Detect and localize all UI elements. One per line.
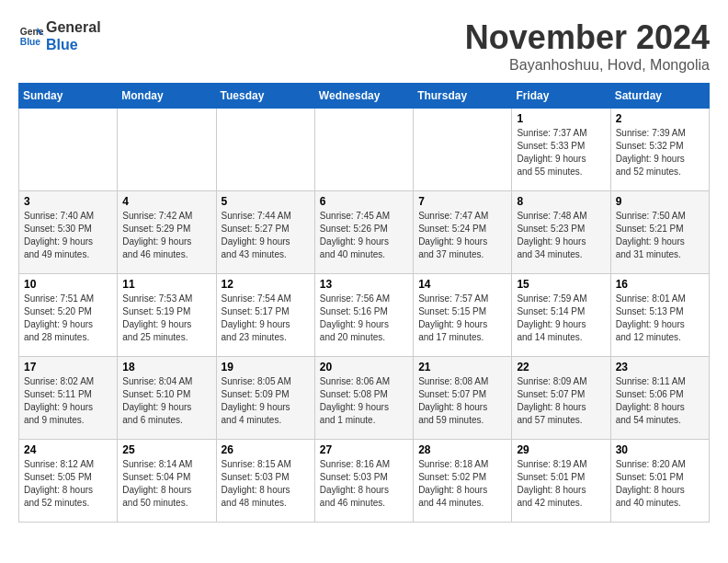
weekday-thursday: Thursday (414, 84, 512, 109)
day-cell: 22Sunrise: 8:09 AM Sunset: 5:07 PM Dayli… (512, 357, 610, 440)
day-info: Sunrise: 7:54 AM Sunset: 5:17 PM Dayligh… (222, 293, 310, 344)
day-info: Sunrise: 7:57 AM Sunset: 5:15 PM Dayligh… (418, 293, 506, 344)
week-row-2: 3Sunrise: 7:40 AM Sunset: 5:30 PM Daylig… (19, 191, 710, 274)
day-info: Sunrise: 8:12 AM Sunset: 5:05 PM Dayligh… (24, 458, 112, 510)
day-info: Sunrise: 8:11 AM Sunset: 5:06 PM Dayligh… (616, 375, 704, 427)
day-number: 15 (517, 278, 605, 291)
title-area: November 2024 Bayanhoshuu, Hovd, Mongoli… (465, 18, 710, 74)
day-info: Sunrise: 7:37 AM Sunset: 5:33 PM Dayligh… (517, 127, 605, 178)
day-cell: 24Sunrise: 8:12 AM Sunset: 5:05 PM Dayli… (19, 440, 118, 523)
day-cell: 11Sunrise: 7:53 AM Sunset: 5:19 PM Dayli… (118, 274, 216, 357)
day-cell: 14Sunrise: 7:57 AM Sunset: 5:15 PM Dayli… (414, 274, 512, 357)
day-cell: 10Sunrise: 7:51 AM Sunset: 5:20 PM Dayli… (19, 274, 118, 357)
weekday-wednesday: Wednesday (314, 84, 413, 109)
day-info: Sunrise: 7:39 AM Sunset: 5:32 PM Dayligh… (616, 127, 704, 178)
day-info: Sunrise: 8:18 AM Sunset: 5:02 PM Dayligh… (418, 458, 506, 510)
day-number: 12 (222, 278, 310, 291)
weekday-saturday: Saturday (610, 84, 709, 109)
day-number: 30 (616, 443, 704, 456)
day-number: 29 (517, 443, 605, 456)
day-cell: 27Sunrise: 8:16 AM Sunset: 5:03 PM Dayli… (314, 440, 413, 523)
day-number: 1 (517, 112, 605, 125)
day-cell (118, 109, 216, 191)
weekday-tuesday: Tuesday (216, 84, 314, 109)
logo-icon: General Blue (18, 23, 44, 49)
day-number: 13 (320, 278, 408, 291)
day-info: Sunrise: 8:15 AM Sunset: 5:03 PM Dayligh… (222, 458, 310, 510)
day-info: Sunrise: 7:51 AM Sunset: 5:20 PM Dayligh… (24, 293, 112, 344)
day-cell (314, 109, 413, 191)
day-cell (216, 109, 314, 191)
day-number: 21 (418, 361, 506, 373)
week-row-5: 24Sunrise: 8:12 AM Sunset: 5:05 PM Dayli… (19, 440, 710, 523)
day-number: 5 (222, 195, 310, 208)
day-info: Sunrise: 8:05 AM Sunset: 5:09 PM Dayligh… (222, 375, 310, 427)
logo-blue: Blue (46, 36, 101, 53)
day-cell: 17Sunrise: 8:02 AM Sunset: 5:11 PM Dayli… (19, 357, 118, 440)
day-info: Sunrise: 7:50 AM Sunset: 5:21 PM Dayligh… (616, 210, 704, 261)
day-cell: 18Sunrise: 8:04 AM Sunset: 5:10 PM Dayli… (118, 357, 216, 440)
day-cell: 1Sunrise: 7:37 AM Sunset: 5:33 PM Daylig… (512, 109, 610, 191)
day-cell: 7Sunrise: 7:47 AM Sunset: 5:24 PM Daylig… (414, 191, 512, 274)
day-info: Sunrise: 7:53 AM Sunset: 5:19 PM Dayligh… (122, 293, 210, 344)
weekday-friday: Friday (512, 84, 610, 109)
day-number: 6 (320, 195, 408, 208)
day-cell: 26Sunrise: 8:15 AM Sunset: 5:03 PM Dayli… (216, 440, 314, 523)
day-number: 11 (122, 278, 210, 291)
day-info: Sunrise: 8:01 AM Sunset: 5:13 PM Dayligh… (616, 293, 704, 344)
day-info: Sunrise: 7:40 AM Sunset: 5:30 PM Dayligh… (24, 210, 112, 261)
day-cell: 28Sunrise: 8:18 AM Sunset: 5:02 PM Dayli… (414, 440, 512, 523)
day-cell: 8Sunrise: 7:48 AM Sunset: 5:23 PM Daylig… (512, 191, 610, 274)
location-title: Bayanhoshuu, Hovd, Mongolia (465, 57, 710, 74)
day-number: 10 (24, 278, 112, 291)
day-number: 19 (222, 361, 310, 373)
day-cell (19, 109, 118, 191)
day-number: 16 (616, 278, 704, 291)
day-number: 28 (418, 443, 506, 456)
day-cell: 6Sunrise: 7:45 AM Sunset: 5:26 PM Daylig… (314, 191, 413, 274)
day-number: 7 (418, 195, 506, 208)
day-info: Sunrise: 7:48 AM Sunset: 5:23 PM Dayligh… (517, 210, 605, 261)
day-info: Sunrise: 8:08 AM Sunset: 5:07 PM Dayligh… (418, 375, 506, 427)
day-number: 23 (616, 361, 704, 373)
day-number: 17 (24, 361, 112, 373)
day-number: 26 (222, 443, 310, 456)
week-row-1: 1Sunrise: 7:37 AM Sunset: 5:33 PM Daylig… (19, 109, 710, 191)
day-info: Sunrise: 7:42 AM Sunset: 5:29 PM Dayligh… (122, 210, 210, 261)
day-info: Sunrise: 8:02 AM Sunset: 5:11 PM Dayligh… (24, 375, 112, 427)
day-info: Sunrise: 8:09 AM Sunset: 5:07 PM Dayligh… (517, 375, 605, 427)
day-cell: 16Sunrise: 8:01 AM Sunset: 5:13 PM Dayli… (610, 274, 709, 357)
day-cell: 19Sunrise: 8:05 AM Sunset: 5:09 PM Dayli… (216, 357, 314, 440)
calendar-table: SundayMondayTuesdayWednesdayThursdayFrid… (18, 83, 710, 523)
month-title: November 2024 (465, 18, 710, 57)
day-number: 25 (122, 443, 210, 456)
logo-general: General (46, 18, 101, 36)
day-info: Sunrise: 7:56 AM Sunset: 5:16 PM Dayligh… (320, 293, 408, 344)
day-number: 24 (24, 443, 112, 456)
day-cell: 5Sunrise: 7:44 AM Sunset: 5:27 PM Daylig… (216, 191, 314, 274)
day-number: 18 (122, 361, 210, 373)
week-row-4: 17Sunrise: 8:02 AM Sunset: 5:11 PM Dayli… (19, 357, 710, 440)
day-info: Sunrise: 8:16 AM Sunset: 5:03 PM Dayligh… (320, 458, 408, 510)
day-number: 22 (517, 361, 605, 373)
day-cell: 21Sunrise: 8:08 AM Sunset: 5:07 PM Dayli… (414, 357, 512, 440)
weekday-sunday: Sunday (19, 84, 118, 109)
day-cell: 29Sunrise: 8:19 AM Sunset: 5:01 PM Dayli… (512, 440, 610, 523)
day-number: 27 (320, 443, 408, 456)
header: General Blue General Blue November 2024 … (18, 18, 710, 74)
day-number: 3 (24, 195, 112, 208)
day-number: 2 (616, 112, 704, 125)
day-info: Sunrise: 7:45 AM Sunset: 5:26 PM Dayligh… (320, 210, 408, 261)
day-cell: 20Sunrise: 8:06 AM Sunset: 5:08 PM Dayli… (314, 357, 413, 440)
day-info: Sunrise: 7:59 AM Sunset: 5:14 PM Dayligh… (517, 293, 605, 344)
day-info: Sunrise: 7:47 AM Sunset: 5:24 PM Dayligh… (418, 210, 506, 261)
day-cell: 9Sunrise: 7:50 AM Sunset: 5:21 PM Daylig… (610, 191, 709, 274)
day-cell: 3Sunrise: 7:40 AM Sunset: 5:30 PM Daylig… (19, 191, 118, 274)
day-info: Sunrise: 8:04 AM Sunset: 5:10 PM Dayligh… (122, 375, 210, 427)
day-info: Sunrise: 8:06 AM Sunset: 5:08 PM Dayligh… (320, 375, 408, 427)
day-cell (414, 109, 512, 191)
weekday-monday: Monday (118, 84, 216, 109)
day-info: Sunrise: 8:20 AM Sunset: 5:01 PM Dayligh… (616, 458, 704, 510)
day-info: Sunrise: 8:19 AM Sunset: 5:01 PM Dayligh… (517, 458, 605, 510)
day-cell: 15Sunrise: 7:59 AM Sunset: 5:14 PM Dayli… (512, 274, 610, 357)
